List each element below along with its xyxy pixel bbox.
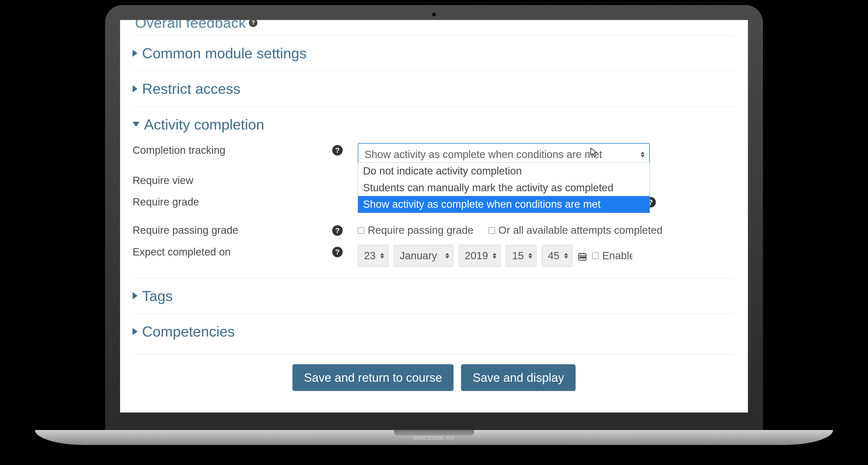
checkbox-icon bbox=[358, 227, 364, 234]
section-title: Competencies bbox=[142, 321, 235, 341]
chevron-right-icon bbox=[132, 85, 137, 92]
field-label: Completion tracking bbox=[132, 143, 225, 158]
select-value: 15 bbox=[512, 250, 524, 262]
footer-buttons: Save and return to course Save and displ… bbox=[132, 354, 736, 399]
camera-icon bbox=[432, 12, 436, 16]
section-common-module[interactable]: Common module settings bbox=[132, 35, 736, 68]
dropdown-option[interactable]: Do not indicate activity completion bbox=[358, 163, 650, 179]
screen: Overall feedback ? Common module setting… bbox=[120, 20, 748, 412]
completion-tracking-dropdown: Do not indicate activity completion Stud… bbox=[358, 163, 650, 213]
save-return-button[interactable]: Save and return to course bbox=[292, 364, 454, 391]
select-value: 23 bbox=[364, 250, 376, 262]
help-icon[interactable]: ? bbox=[249, 20, 257, 27]
section-competencies[interactable]: Competencies bbox=[132, 314, 736, 346]
select-value: Show activity as complete when condition… bbox=[365, 147, 602, 162]
section-title: Overall feedback bbox=[135, 20, 246, 33]
checkbox-icon bbox=[592, 253, 599, 259]
field-label: Require passing grade bbox=[132, 223, 238, 238]
section-overall-feedback[interactable]: Overall feedback ? bbox=[132, 20, 736, 33]
dropdown-option[interactable]: Students can manually mark the activity … bbox=[358, 179, 650, 196]
option-label: Or all available attempts completed bbox=[499, 223, 663, 238]
section-title: Activity completion bbox=[144, 114, 264, 134]
select-chevron-icon bbox=[380, 253, 384, 259]
laptop-base: MacBook Air bbox=[35, 430, 833, 445]
svg-rect-5 bbox=[582, 257, 583, 258]
laptop-notch bbox=[394, 430, 474, 435]
field-label: Require view bbox=[132, 173, 193, 188]
calendar-icon[interactable] bbox=[577, 251, 587, 261]
select-value: 45 bbox=[548, 250, 560, 262]
save-display-button[interactable]: Save and display bbox=[461, 364, 576, 391]
section-activity-completion[interactable]: Activity completion bbox=[132, 107, 736, 139]
select-chevron-icon bbox=[564, 253, 568, 259]
select-chevron-icon bbox=[445, 253, 449, 259]
field-expect-completed-on: Expect completed on ? 23 January 2019 bbox=[132, 241, 736, 270]
checkbox-icon bbox=[489, 227, 495, 234]
help-icon[interactable]: ? bbox=[332, 145, 343, 156]
option-label: Require passing grade bbox=[368, 223, 473, 238]
field-require-passing-grade: Require passing grade ? Require passing … bbox=[132, 213, 736, 241]
select-chevron-icon bbox=[528, 253, 532, 259]
field-label: Expect completed on bbox=[132, 245, 230, 260]
all-attempts-checkbox[interactable]: Or all available attempts completed bbox=[489, 223, 663, 238]
section-tags[interactable]: Tags bbox=[132, 278, 736, 311]
laptop-frame: Overall feedback ? Common module setting… bbox=[105, 5, 763, 430]
select-value: 2019 bbox=[465, 250, 488, 262]
section-title: Restrict access bbox=[142, 78, 240, 99]
page-content: Overall feedback ? Common module setting… bbox=[120, 20, 748, 399]
help-icon[interactable]: ? bbox=[332, 247, 343, 257]
help-icon[interactable]: ? bbox=[332, 225, 343, 236]
field-completion-tracking: Completion tracking ? Show activity as c… bbox=[132, 139, 736, 170]
chevron-right-icon bbox=[132, 50, 137, 57]
minute-select[interactable]: 45 bbox=[541, 245, 572, 267]
chevron-right-icon bbox=[132, 328, 137, 335]
field-label: Require grade bbox=[132, 195, 199, 209]
svg-rect-6 bbox=[584, 257, 585, 258]
hour-select[interactable]: 15 bbox=[506, 245, 536, 267]
option-label: Enable bbox=[602, 248, 632, 263]
select-value: January bbox=[400, 250, 437, 262]
enable-checkbox[interactable]: Enable bbox=[592, 248, 632, 263]
section-title: Tags bbox=[142, 286, 173, 306]
require-passing-checkbox[interactable]: Require passing grade bbox=[358, 223, 473, 238]
section-title: Common module settings bbox=[142, 43, 307, 63]
day-select[interactable]: 23 bbox=[358, 245, 389, 267]
month-select[interactable]: January bbox=[394, 245, 454, 267]
chevron-down-icon bbox=[132, 122, 140, 127]
select-chevron-icon bbox=[641, 152, 645, 158]
chevron-right-icon bbox=[132, 292, 137, 299]
dropdown-option[interactable]: Show activity as complete when condition… bbox=[358, 196, 650, 213]
year-select[interactable]: 2019 bbox=[459, 245, 501, 267]
select-chevron-icon bbox=[493, 253, 497, 259]
section-restrict-access[interactable]: Restrict access bbox=[132, 71, 736, 104]
svg-rect-4 bbox=[580, 257, 581, 258]
